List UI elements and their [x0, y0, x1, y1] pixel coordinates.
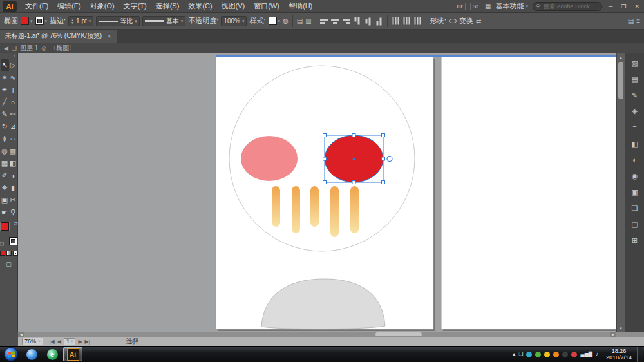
taskbar-ie-button[interactable]: e [43, 347, 62, 361]
previous-artboard-icon[interactable]: ◀ [57, 339, 61, 345]
swatches-panel-icon[interactable]: ▤ [629, 73, 641, 85]
gradient-mode-button[interactable] [6, 251, 12, 256]
free-transform-tool[interactable]: ▱ [9, 133, 17, 145]
brush-definition-dropdown[interactable]: 基本 ▾ [142, 16, 186, 26]
canvas-area[interactable] [18, 53, 616, 332]
menu-effect[interactable]: 效果(C) [184, 0, 216, 12]
artboard-tool[interactable]: ▣ [1, 194, 9, 206]
arrange-documents-icon[interactable]: ▦ [485, 3, 491, 10]
stroke-color-indicator[interactable] [9, 237, 17, 245]
menu-object[interactable]: 对象(O) [86, 0, 119, 12]
column-graph-tool[interactable]: ▮ [9, 182, 17, 194]
lasso-tool[interactable]: ∿ [9, 71, 17, 84]
start-button[interactable] [4, 347, 18, 361]
tray-app-green-icon[interactable] [535, 352, 541, 357]
tray-app-orange-icon[interactable] [553, 352, 559, 357]
selection-handle[interactable] [323, 134, 327, 137]
ellipse-tool[interactable]: ○ [9, 96, 17, 108]
tooth-shape[interactable] [272, 186, 280, 227]
scale-tool[interactable]: ⊿ [9, 120, 17, 133]
menu-file[interactable]: 文件(F) [21, 0, 53, 12]
shape-builder-tool[interactable]: ◍ [1, 145, 9, 157]
brushes-panel-icon[interactable]: ✎ [629, 90, 641, 101]
tray-app-red-icon[interactable] [571, 352, 577, 357]
symbol-sprayer-tool[interactable]: ❋ [1, 182, 9, 194]
live-shape-icon[interactable] [449, 19, 457, 23]
menu-help[interactable]: 帮助(H) [284, 0, 317, 12]
align-right-icon[interactable] [342, 17, 350, 25]
artboards-panel-icon[interactable]: ▢ [629, 218, 641, 230]
swap-fill-stroke-icon[interactable]: ⇄ [14, 221, 18, 226]
scroll-right-icon[interactable]: ▶ [610, 332, 616, 337]
navigator-panel-icon[interactable]: ⊞ [629, 234, 641, 246]
width-profile-dropdown[interactable]: 等比 ▾ [96, 16, 140, 26]
tooth-shape[interactable] [330, 186, 339, 237]
appearance-panel-icon[interactable]: ◉ [629, 170, 641, 182]
direct-selection-tool[interactable]: ▷ [9, 59, 17, 71]
workspace-switcher[interactable]: 基本功能 ▾ [495, 1, 528, 11]
restore-button[interactable]: ❐ [619, 3, 628, 10]
opacity-field[interactable]: 100% ▾ [221, 16, 247, 26]
selection-center-point[interactable] [353, 158, 355, 160]
menu-select[interactable]: 选择(S) [151, 0, 184, 12]
toolbar-collapse-icon[interactable]: « [14, 53, 17, 59]
distribute-bottom-icon[interactable] [413, 17, 421, 25]
hidden-icons-button[interactable]: ▴ [513, 352, 515, 357]
perspective-grid-tool[interactable]: ▦ [9, 145, 17, 157]
panel-menu-icon[interactable]: ≡ [636, 18, 640, 24]
align-hcenter-icon[interactable] [331, 17, 339, 25]
selection-handle[interactable] [323, 157, 327, 160]
document-tab[interactable]: 未标题-1.ai* @ 76% (CMYK/预览) ✕ [0, 30, 117, 43]
left-eye-shape[interactable] [241, 136, 298, 181]
next-artboard-icon[interactable]: ▶ [78, 339, 82, 345]
selection-handle[interactable] [382, 134, 385, 137]
default-fill-stroke-icon[interactable]: ❏ [0, 242, 4, 247]
pencil-tool[interactable]: ✏ [9, 108, 17, 120]
isolate-selection-icon[interactable]: ⇄ [476, 18, 481, 24]
menu-type[interactable]: 文字(T) [119, 0, 151, 12]
vertical-scrollbar[interactable]: ▲ ▼ [616, 53, 625, 332]
stroke-color-button[interactable]: ▾ [35, 17, 48, 25]
horizontal-scroll-track[interactable] [24, 332, 610, 337]
stepper-icon[interactable]: ▲ ▼ [71, 19, 74, 24]
width-tool[interactable]: ≬ [1, 133, 9, 145]
preferences-icon[interactable]: ▥ [305, 18, 311, 24]
first-artboard-icon[interactable]: |◀ [50, 339, 55, 345]
vertical-scroll-thumb[interactable] [618, 62, 623, 99]
search-input[interactable] [533, 2, 602, 11]
color-panel-icon[interactable]: ▧ [629, 57, 641, 69]
selection-handle[interactable] [352, 134, 355, 137]
transparency-panel-icon[interactable]: ◐ [629, 154, 641, 166]
distribute-top-icon[interactable] [392, 17, 399, 25]
show-desktop-button[interactable] [637, 347, 643, 362]
tooth-shape[interactable] [310, 186, 319, 227]
breadcrumb-item[interactable]: 〈椭圆〉 [50, 44, 75, 53]
symbols-panel-icon[interactable]: ❋ [629, 106, 641, 117]
taskbar-browser-button[interactable] [22, 347, 41, 361]
volume-icon[interactable]: ♪ [596, 352, 598, 357]
taskbar-clock[interactable]: 18:26 2018/7/14 [602, 348, 636, 361]
gradient-tool[interactable]: ◧ [9, 157, 17, 169]
tab-close-icon[interactable]: ✕ [107, 33, 111, 39]
menu-window[interactable]: 窗口(W) [249, 0, 284, 12]
fill-color-indicator[interactable] [1, 222, 9, 231]
stepper-down-icon[interactable]: ▼ [71, 21, 74, 24]
tray-app-teal-icon[interactable] [526, 352, 532, 357]
selection-side-widget[interactable] [387, 157, 392, 162]
close-button[interactable]: ✕ [632, 3, 641, 10]
style-dropdown[interactable]: ▾ [269, 17, 281, 25]
tray-app-black-icon[interactable] [562, 352, 568, 357]
zoom-tool[interactable]: ⚲ [9, 206, 17, 218]
taskbar-illustrator-button[interactable]: Ai [63, 347, 82, 361]
graphic-styles-panel-icon[interactable]: ▣ [629, 186, 641, 198]
breadcrumb-layer[interactable]: 图层 1 [20, 44, 38, 53]
line-segment-tool[interactable]: ╱ [1, 96, 9, 108]
zoom-dropdown[interactable]: 76% ▾ [22, 338, 43, 345]
eyedropper-tool[interactable]: ✐ [1, 169, 9, 182]
scroll-up-icon[interactable]: ▲ [617, 53, 625, 61]
artboard-number-dropdown[interactable]: 1 ▾ [64, 338, 76, 345]
minimize-button[interactable]: ─ [607, 3, 614, 10]
hand-tool[interactable]: ☛ [1, 206, 9, 218]
paintbrush-tool[interactable]: ✎ [1, 108, 9, 120]
tray-app-yellow-icon[interactable] [544, 352, 550, 357]
